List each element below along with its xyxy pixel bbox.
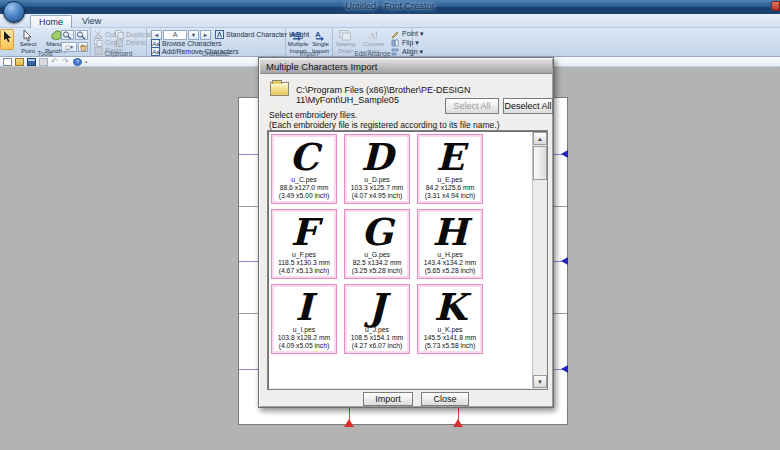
select-cursor-icon — [1, 30, 13, 42]
ribbon-group-clipboard: Cut Copy Paste Duplicate Delete Clipboar… — [91, 28, 147, 57]
title-bar: Untitled - Font Creator — [0, 0, 780, 14]
character-filename: u_E.pes — [418, 176, 482, 184]
close-button[interactable] — [771, 1, 780, 11]
guide-handle-bottom[interactable] — [561, 365, 568, 373]
character-filename: u_F.pes — [272, 251, 336, 259]
new-document-icon[interactable] — [3, 58, 12, 66]
character-card[interactable]: F u_F.pes 118.5 x130.3 mm (4.67 x5.13 in… — [271, 209, 337, 279]
scrollbar-thumb[interactable] — [533, 146, 547, 180]
character-glyph: D — [345, 135, 409, 176]
character-card[interactable]: J u_J.pes 108.5 x154.1 mm (4.27 x6.07 in… — [344, 284, 410, 354]
browse-characters-button[interactable]: Aa Browse Characters — [151, 39, 222, 47]
character-filename: u_K.pes — [418, 326, 482, 334]
ribbon-tab-row: Home View — [0, 14, 780, 28]
character-size-mm: 82.5 x134.2 mm — [345, 259, 409, 267]
character-size-inch: (4.67 x5.13 inch) — [272, 267, 336, 275]
scroll-up-button[interactable]: ▲ — [533, 132, 547, 145]
character-size-mm: 88.6 x127.0 mm — [272, 184, 336, 192]
point-icon — [391, 30, 400, 39]
character-filename: u_H.pes — [418, 251, 482, 259]
application-menu-button[interactable] — [3, 1, 25, 23]
dialog-title: Multiple Characters Import — [260, 59, 552, 74]
character-glyph: I — [272, 285, 336, 326]
import-button[interactable]: Import — [363, 392, 413, 406]
print-icon[interactable] — [39, 58, 48, 66]
ribbon-group-character: ◄ A ▼ ► Standard Character Height Aa Bro… — [147, 28, 286, 57]
zoom-in-button[interactable] — [61, 30, 74, 40]
svg-text:A: A — [315, 30, 321, 39]
character-size-inch: (5.65 x5.28 inch) — [418, 267, 482, 275]
delete-button[interactable]: Delete — [115, 38, 146, 46]
character-filename: u_G.pes — [345, 251, 409, 259]
undo-icon[interactable]: ↶ — [51, 58, 60, 66]
select-tool-button[interactable] — [0, 29, 14, 50]
ribbon-group-edit-arrange: Sewing Order A Convert from TrueType Poi… — [333, 28, 413, 57]
svg-text:AB: AB — [290, 30, 302, 39]
character-filename: u_I.pes — [272, 326, 336, 334]
open-file-icon[interactable] — [15, 58, 24, 66]
character-size-inch: (3.49 x5.00 inch) — [272, 192, 336, 200]
standard-character-height-icon — [215, 30, 224, 39]
character-card[interactable]: E u_E.pes 84.2 x125.6 mm (3.31 x4.94 inc… — [417, 134, 483, 204]
character-size-inch: (4.07 x4.95 inch) — [345, 192, 409, 200]
character-glyph: G — [345, 210, 409, 251]
zoom-out-button[interactable] — [75, 30, 88, 40]
point-menu-button[interactable]: Point ▾ — [391, 30, 423, 38]
help-icon[interactable]: ? — [73, 58, 82, 66]
width-handle-right[interactable] — [453, 419, 463, 427]
character-size-mm: 145.5 x141.8 mm — [418, 334, 482, 342]
select-point-icon — [16, 29, 40, 41]
character-card[interactable]: C u_C.pes 88.6 x127.0 mm (3.49 x5.00 inc… — [271, 134, 337, 204]
character-glyph: E — [418, 135, 482, 176]
character-glyph: F — [272, 210, 336, 251]
tab-home[interactable]: Home — [30, 15, 72, 28]
redo-icon[interactable]: ↷ — [62, 58, 71, 66]
character-size-inch: (4.09 x5.05 inch) — [272, 342, 336, 350]
character-size-mm: 118.5 x130.3 mm — [272, 259, 336, 267]
toolbar-options-icon[interactable]: ▪ — [85, 58, 94, 66]
character-list: C u_C.pes 88.6 x127.0 mm (3.49 x5.00 inc… — [267, 130, 548, 390]
convert-from-truetype-icon: A — [358, 29, 389, 41]
ribbon-group-import: AB Multiple Import A Single Import Impor… — [286, 28, 333, 57]
application-window: Untitled - Font Creator Home View Select… — [0, 0, 780, 450]
guide-handle-middle[interactable] — [561, 257, 568, 265]
character-size-inch: (4.27 x6.07 inch) — [345, 342, 409, 350]
character-card[interactable]: H u_H.pes 143.4 x134.2 mm (5.65 x5.28 in… — [417, 209, 483, 279]
tab-view[interactable]: View — [74, 15, 109, 28]
vertical-scrollbar[interactable]: ▲ ▼ — [532, 132, 546, 388]
multiple-import-icon: AB — [287, 29, 309, 41]
scroll-down-button[interactable]: ▼ — [533, 375, 547, 388]
character-filename: u_C.pes — [272, 176, 336, 184]
dialog-title-bar[interactable]: Multiple Characters Import — [260, 59, 552, 74]
instruction-line-2: (Each embroidery file is registered acco… — [269, 120, 500, 130]
character-glyph: H — [418, 210, 482, 251]
character-card[interactable]: K u_K.pes 145.5 x141.8 mm (5.73 x5.58 in… — [417, 284, 483, 354]
flip-menu-button[interactable]: Flip ▾ — [391, 39, 419, 47]
folder-icon[interactable] — [270, 82, 289, 96]
character-card[interactable]: I u_I.pes 103.8 x128.2 mm (4.09 x5.05 in… — [271, 284, 337, 354]
guide-handle-top[interactable] — [561, 150, 568, 158]
character-filename: u_J.pes — [345, 326, 409, 334]
character-size-mm: 103.8 x128.2 mm — [272, 334, 336, 342]
window-title: Untitled - Font Creator — [0, 1, 780, 11]
character-card[interactable]: D u_D.pes 103.3 x125.7 mm (4.07 x4.95 in… — [344, 134, 410, 204]
character-size-mm: 103.3 x125.7 mm — [345, 184, 409, 192]
character-glyph: C — [272, 135, 336, 176]
width-handle-left[interactable] — [344, 419, 354, 427]
close-button-dialog[interactable]: Close — [421, 392, 469, 406]
character-size-mm: 108.5 x154.1 mm — [345, 334, 409, 342]
save-icon[interactable] — [27, 58, 36, 66]
character-card[interactable]: G u_G.pes 82.5 x134.2 mm (3.25 x5.28 inc… — [344, 209, 410, 279]
deselect-all-button[interactable]: Deselect All — [503, 98, 553, 114]
character-size-mm: 143.4 x134.2 mm — [418, 259, 482, 267]
single-import-icon: A — [310, 29, 331, 41]
multiple-characters-import-dialog: Multiple Characters Import C:\Program Fi… — [258, 57, 554, 408]
flip-icon — [391, 39, 400, 48]
character-glyph: K — [418, 285, 482, 326]
character-size-inch: (3.31 x4.94 inch) — [418, 192, 482, 200]
character-size-mm: 84.2 x125.6 mm — [418, 184, 482, 192]
character-filename: u_D.pes — [345, 176, 409, 184]
character-size-inch: (5.73 x5.58 inch) — [418, 342, 482, 350]
ribbon-group-tools: Select Point Manual Punch ▾ ▢▾ Tools — [0, 28, 91, 57]
dialog-instructions: Select embroidery files. (Each embroider… — [269, 110, 500, 130]
